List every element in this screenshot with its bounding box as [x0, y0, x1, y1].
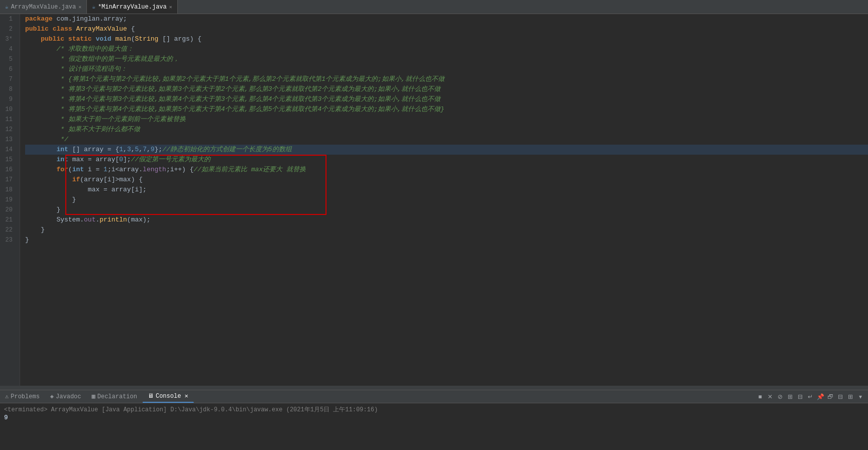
code-line-18: max = array[i]; [25, 185, 868, 195]
ln-22: 22 [0, 225, 16, 235]
ln-19: 19 [0, 195, 16, 205]
ln-20: 20 [0, 205, 16, 215]
code-line-2: public class ArrayMaxValue { [25, 24, 868, 34]
minimize-button[interactable]: ⊟ [836, 392, 845, 401]
code-line-15: int max = array[0];//假定第一号元素为最大的 [25, 155, 868, 165]
tab-bar: ☕ ArrayMaxValue.java ✕ ☕ *MinArrayValue.… [0, 0, 868, 14]
open-console-button[interactable]: 🗗 [826, 392, 835, 401]
code-line-14: int [] array = {1,3,5,7,9};//静态初始化的方式创建一… [25, 145, 868, 155]
horizontal-scrollbar[interactable] [0, 386, 868, 390]
code-line-16: for(int i = 1;i<array.length;i++) {//如果当… [25, 165, 868, 175]
tab-array-max-value[interactable]: ☕ ArrayMaxValue.java ✕ [0, 0, 87, 14]
code-line-19: } [25, 195, 868, 205]
stop-button[interactable]: ■ [755, 392, 765, 401]
ln-13: 13 [0, 135, 16, 145]
ln-11: 11 [0, 115, 16, 125]
ln-21: 21 [0, 215, 16, 225]
line-numbers: 1 2 3* 4 5 6 7 8 9 10 11 12 13 14 15 16 … [0, 14, 20, 386]
ln-2: 2 [0, 24, 16, 34]
code-content[interactable]: package com.jinglan.array; public class … [20, 14, 868, 386]
bottom-tab-bar: ⚠ Problems ◈ Javadoc ▦ Declaration 🖥 Con… [0, 390, 868, 403]
ln-1: 1 [0, 14, 16, 24]
word-wrap-button[interactable]: ↵ [806, 392, 815, 401]
tab-label-min-array: *MinArrayValue.java [98, 4, 167, 11]
tab-close-min-array[interactable]: ✕ [169, 4, 172, 10]
javadoc-icon: ◈ [50, 393, 54, 400]
tab-console[interactable]: 🖥 Console ✕ [143, 390, 194, 403]
code-line-23: } [25, 235, 868, 245]
tab-label-array-max: ArrayMaxValue.java [11, 4, 76, 11]
tab-javadoc[interactable]: ◈ Javadoc [45, 390, 87, 403]
declaration-label: Declaration [97, 393, 137, 400]
ln-9: 9 [0, 94, 16, 104]
code-line-20: } [25, 205, 868, 215]
tab-problems[interactable]: ⚠ Problems [0, 390, 45, 403]
ln-17: 17 [0, 175, 16, 185]
view-menu-button[interactable]: ▾ [856, 392, 865, 401]
code-line-4: /* 求取数组中的最大值： [25, 44, 868, 54]
problems-label: Problems [11, 393, 40, 400]
ln-15: 15 [0, 155, 16, 165]
console-content: <terminated> ArrayMaxValue [Java Applica… [0, 403, 868, 450]
console-output: 9 [4, 414, 864, 421]
tab-close-array-max[interactable]: ✕ [78, 4, 81, 10]
code-line-8: * 将第3个元素与第2个元素比较,如果第3个元素大于第2个元素,那么第3个元素就… [25, 84, 868, 94]
remove-button[interactable]: ✕ [766, 392, 775, 401]
console-label: Console ✕ [156, 392, 188, 400]
code-line-10: * 将第5个元素与第4个元素比较,如果第5个元素大于第4个元素,那么第5个元素就… [25, 104, 868, 115]
ln-10: 10 [0, 104, 16, 115]
ln-16: 16 [0, 165, 16, 175]
ln-23: 23 [0, 235, 16, 245]
code-line-6: * 设计循环流程语句： [25, 64, 868, 74]
code-line-22: } [25, 225, 868, 235]
code-line-11: * 如果大于前一个元素则前一个元素被替换 [25, 115, 868, 125]
declaration-icon: ▦ [92, 393, 95, 400]
scroll-end-button[interactable]: ⊟ [796, 392, 805, 401]
tab-min-array-value[interactable]: ☕ *MinArrayValue.java ✕ [87, 0, 177, 14]
ln-6: 6 [0, 64, 16, 74]
code-line-7: * {将第1个元素与第2个元素比较,如果第2个元素大于第1个元素,那么第2个元素… [25, 74, 868, 84]
ln-18: 18 [0, 185, 16, 195]
code-line-12: * 如果不大于则什么都不做 [25, 125, 868, 135]
ln-14: 14 [0, 145, 16, 155]
code-line-13: */ [25, 135, 868, 145]
problems-icon: ⚠ [5, 393, 9, 400]
pin-button[interactable]: 📌 [816, 392, 825, 401]
code-line-17: if(array[i]>max) { [25, 175, 868, 185]
ln-5: 5 [0, 54, 16, 64]
ln-3: 3* [0, 34, 16, 44]
ln-7: 7 [0, 74, 16, 84]
ln-4: 4 [0, 44, 16, 54]
tab-declaration[interactable]: ▦ Declaration [87, 390, 143, 403]
maximize-button[interactable]: ⊞ [846, 392, 855, 401]
scroll-lock-button[interactable]: ⊞ [786, 392, 795, 401]
editor-area: 1 2 3* 4 5 6 7 8 9 10 11 12 13 14 15 16 … [0, 14, 868, 386]
console-terminated-text: <terminated> ArrayMaxValue [Java Applica… [4, 405, 864, 414]
ln-12: 12 [0, 125, 16, 135]
code-line-3: public static void main(String [] args) … [25, 34, 868, 44]
bottom-panel: ⚠ Problems ◈ Javadoc ▦ Declaration 🖥 Con… [0, 390, 868, 450]
ln-8: 8 [0, 84, 16, 94]
code-line-21: System.out.println(max); [25, 215, 868, 225]
code-line-9: * 将第4个元素与第3个元素比较,如果第4个元素大于第3个元素,那么第4个元素就… [25, 94, 868, 104]
javadoc-label: Javadoc [56, 393, 81, 400]
code-line-1: package com.jinglan.array; [25, 14, 868, 24]
console-icon: 🖥 [148, 392, 154, 400]
code-line-5: * 假定数组中的第一号元素就是最大的， [25, 54, 868, 64]
java-file-icon-2: ☕ [92, 4, 95, 10]
clear-button[interactable]: ⊘ [776, 392, 785, 401]
java-file-icon: ☕ [5, 4, 9, 10]
